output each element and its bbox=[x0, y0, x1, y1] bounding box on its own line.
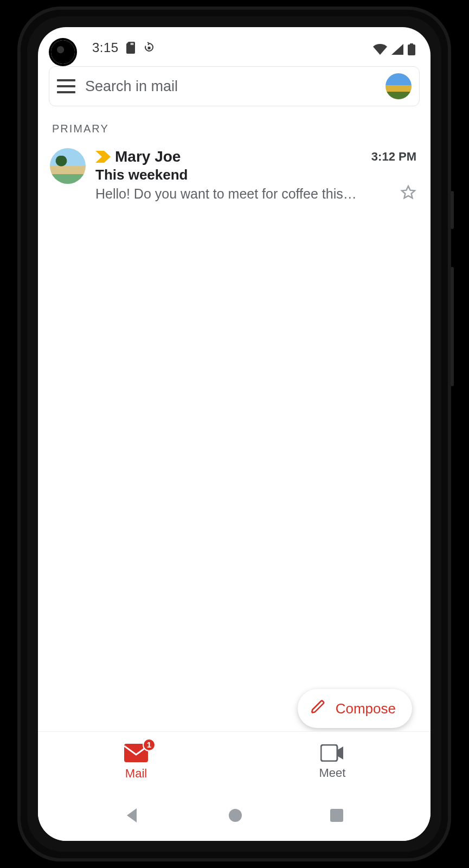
tab-mail[interactable]: 1 Mail bbox=[38, 732, 234, 792]
nav-back-icon[interactable] bbox=[125, 807, 141, 826]
phone-side-button bbox=[451, 191, 454, 229]
nav-recent-icon[interactable] bbox=[330, 808, 344, 825]
bottom-tabs: 1 Mail Meet bbox=[38, 731, 431, 792]
email-snippet: Hello! Do you want to meet for coffee th… bbox=[95, 186, 394, 202]
search-bar[interactable]: Search in mail bbox=[49, 66, 420, 106]
sd-card-icon bbox=[126, 42, 136, 54]
android-nav-bar bbox=[38, 792, 431, 841]
phone-camera bbox=[51, 40, 75, 64]
pencil-icon bbox=[311, 699, 326, 718]
section-label-primary: PRIMARY bbox=[38, 112, 431, 138]
svg-rect-1 bbox=[408, 44, 415, 55]
account-avatar[interactable] bbox=[386, 73, 412, 99]
svg-rect-4 bbox=[321, 745, 337, 761]
battery-icon bbox=[408, 43, 415, 55]
tab-mail-label: Mail bbox=[125, 767, 147, 781]
cellular-icon bbox=[391, 44, 403, 55]
search-input[interactable]: Search in mail bbox=[85, 78, 376, 95]
svg-rect-0 bbox=[147, 47, 150, 49]
sender-name: Mary Joe bbox=[115, 148, 181, 165]
email-row[interactable]: Mary Joe 3:12 PM This weekend Hello! Do … bbox=[38, 138, 431, 203]
svg-rect-6 bbox=[330, 809, 343, 822]
mail-icon: 1 bbox=[124, 744, 148, 764]
email-subject: This weekend bbox=[95, 167, 416, 183]
email-time: 3:12 PM bbox=[371, 150, 416, 164]
mail-badge: 1 bbox=[143, 738, 156, 751]
svg-point-5 bbox=[229, 809, 242, 822]
app-screen: 3:15 bbox=[38, 27, 431, 841]
important-chevron-icon[interactable] bbox=[95, 151, 111, 163]
compose-label: Compose bbox=[336, 700, 396, 717]
compose-button[interactable]: Compose bbox=[298, 689, 412, 728]
status-bar: 3:15 bbox=[38, 27, 431, 59]
status-time: 3:15 bbox=[92, 40, 119, 55]
lock-rotation-icon bbox=[144, 42, 155, 54]
star-icon[interactable] bbox=[400, 184, 416, 203]
tab-meet-label: Meet bbox=[319, 766, 346, 780]
video-icon bbox=[320, 744, 344, 764]
nav-home-icon[interactable] bbox=[228, 808, 243, 825]
sender-avatar[interactable] bbox=[50, 148, 86, 184]
phone-side-button bbox=[451, 267, 454, 386]
svg-rect-2 bbox=[410, 43, 413, 45]
tab-meet[interactable]: Meet bbox=[234, 732, 431, 792]
phone-frame: 3:15 bbox=[17, 7, 451, 861]
menu-icon[interactable] bbox=[57, 79, 75, 93]
wifi-icon bbox=[373, 44, 387, 55]
